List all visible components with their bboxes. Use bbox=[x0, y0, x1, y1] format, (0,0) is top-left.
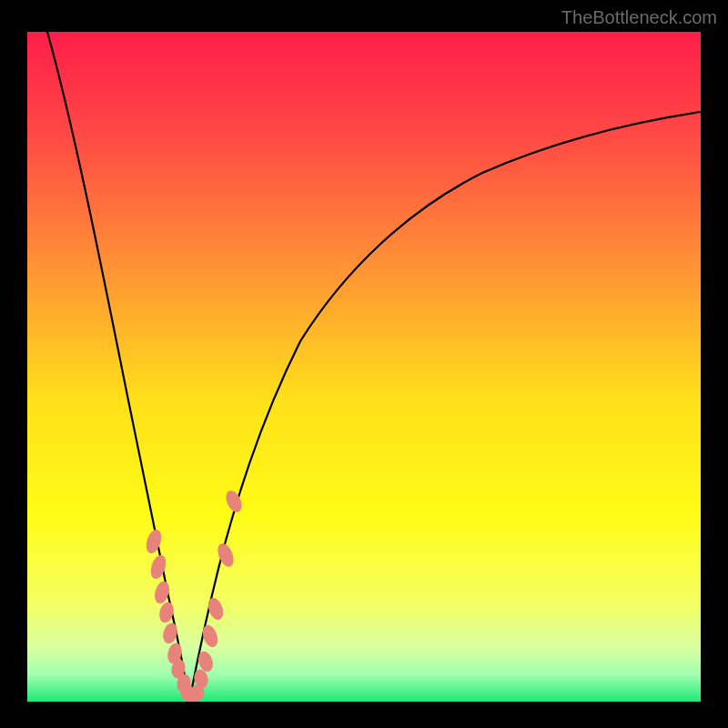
data-point bbox=[224, 489, 245, 514]
data-point bbox=[206, 596, 225, 621]
chart-plot-area bbox=[27, 32, 701, 702]
watermark-text: TheBottleneck.com bbox=[561, 7, 717, 28]
data-point bbox=[216, 541, 237, 568]
data-point bbox=[144, 528, 163, 554]
data-point bbox=[162, 622, 179, 645]
right-curve-path bbox=[189, 112, 701, 702]
left-curve-path bbox=[47, 32, 189, 702]
data-points-group bbox=[144, 489, 244, 702]
data-point bbox=[200, 623, 219, 648]
chart-curves bbox=[27, 32, 701, 702]
data-point bbox=[153, 581, 171, 605]
